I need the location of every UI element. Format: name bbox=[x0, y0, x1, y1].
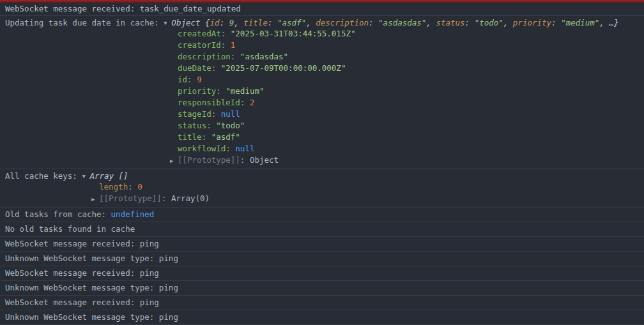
property-key: creatorId bbox=[178, 40, 221, 50]
array-properties: length: 0 bbox=[99, 181, 639, 193]
property-value: "todo" bbox=[216, 121, 245, 130]
property-key: workflowId bbox=[178, 144, 226, 153]
prototype-value: Array(0) bbox=[171, 193, 210, 203]
property-separator: : bbox=[187, 75, 197, 84]
property-line: status: "todo" bbox=[178, 120, 639, 132]
property-separator: : bbox=[240, 98, 250, 107]
property-line: length: 0 bbox=[99, 181, 639, 193]
property-line: title: "asdf" bbox=[178, 132, 639, 143]
log-message: Unknown WebSocket message type: ping bbox=[5, 283, 178, 292]
property-line: description: "asdasdas" bbox=[178, 51, 639, 63]
preview-punct: : bbox=[369, 18, 378, 27]
log-row-updating-task: Updating task due date in cache: ▼Object… bbox=[0, 16, 644, 169]
prototype-row[interactable]: ▶[[Prototype]]: Array(0) bbox=[91, 193, 639, 204]
preview-punct: , bbox=[426, 18, 436, 27]
preview-key: description bbox=[316, 18, 369, 27]
property-separator: : bbox=[226, 144, 235, 153]
property-line: id: 9 bbox=[178, 74, 639, 86]
preview-punct: , …} bbox=[599, 18, 618, 27]
disclosure-collapsed-icon[interactable]: ▶ bbox=[91, 193, 99, 205]
preview-punct: , bbox=[306, 18, 316, 27]
log-row-websocket-task-due-date: WebSocket message received: task_due_dat… bbox=[0, 3, 644, 16]
log-row-no-old-tasks: No old tasks found in cache bbox=[0, 222, 644, 237]
property-key: dueDate bbox=[178, 63, 211, 73]
log-message: Unknown WebSocket message type: ping bbox=[5, 253, 178, 263]
ping-log-rows: WebSocket message received: pingUnknown … bbox=[0, 237, 644, 325]
preview-punct: , bbox=[503, 18, 513, 27]
property-key: priority bbox=[178, 86, 216, 96]
preview-punct: , bbox=[234, 18, 243, 27]
property-key: description bbox=[178, 52, 231, 61]
property-value: 2 bbox=[250, 98, 255, 107]
property-separator: : bbox=[206, 121, 216, 130]
property-value: "2025-07-09T00:00:00.000Z" bbox=[221, 63, 346, 73]
log-row-ping: WebSocket message received: ping bbox=[0, 296, 644, 310]
devtools-console-panel: WebSocket message received: task_due_dat… bbox=[0, 0, 644, 325]
array-preview-line: All cache keys: ▼Array [] bbox=[5, 171, 639, 181]
log-row-old-tasks: Old tasks from cache: undefined bbox=[0, 208, 644, 222]
preview-value: "todo" bbox=[475, 18, 503, 27]
disclosure-expanded-icon[interactable]: ▼ bbox=[164, 19, 171, 28]
property-value: 9 bbox=[197, 75, 202, 84]
property-separator: : bbox=[231, 52, 240, 61]
preview-key: title bbox=[243, 18, 268, 27]
array-preview: Array [] bbox=[89, 171, 128, 181]
preview-value: "medium" bbox=[561, 18, 599, 27]
preview-punct: : bbox=[465, 18, 475, 27]
property-key: status bbox=[178, 121, 206, 130]
preview-punct: : bbox=[268, 18, 277, 27]
property-line: dueDate: "2025-07-09T00:00:00.000Z" bbox=[178, 63, 639, 74]
property-line: workflowId: null bbox=[178, 143, 639, 155]
property-key: title bbox=[178, 132, 202, 142]
prototype-key: [[Prototype]] bbox=[178, 155, 240, 165]
property-separator: : bbox=[202, 132, 211, 142]
disclosure-collapsed-icon[interactable]: ▶ bbox=[170, 155, 178, 167]
property-separator: : bbox=[221, 29, 231, 38]
disclosure-expanded-icon[interactable]: ▼ bbox=[82, 172, 89, 181]
log-row-all-cache-keys: All cache keys: ▼Array [] length: 0 ▶[[P… bbox=[0, 169, 644, 208]
object-preview: Object {id: 9, title: "asdf", descriptio… bbox=[171, 18, 618, 27]
property-separator: : bbox=[221, 40, 231, 50]
property-line: responsibleId: 2 bbox=[178, 97, 639, 109]
prototype-row[interactable]: ▶[[Prototype]]: Object bbox=[170, 155, 639, 166]
log-message: WebSocket message received: task_due_dat… bbox=[5, 4, 241, 13]
log-message: WebSocket message received: ping bbox=[5, 268, 159, 278]
undefined-value: undefined bbox=[111, 209, 155, 219]
preview-value: "asdf" bbox=[277, 18, 306, 27]
property-separator: : bbox=[211, 109, 221, 119]
property-key: responsibleId bbox=[178, 98, 240, 107]
object-properties: createdAt: "2025-03-31T03:44:55.015Z"cre… bbox=[178, 28, 639, 155]
preview-value: "asdasdas" bbox=[378, 18, 426, 27]
property-line: priority: "medium" bbox=[178, 86, 639, 97]
property-value: "2025-03-31T03:44:55.015Z" bbox=[231, 29, 356, 38]
log-row-ping: WebSocket message received: ping bbox=[0, 237, 644, 252]
property-value: "asdasdas" bbox=[240, 52, 288, 61]
property-value: "asdf" bbox=[211, 132, 240, 142]
property-line: stageId: null bbox=[178, 109, 639, 120]
object-preview-line: Updating task due date in cache: ▼Object… bbox=[5, 18, 639, 28]
property-line: creatorId: 1 bbox=[178, 40, 639, 51]
preview-key: priority bbox=[513, 18, 551, 27]
property-separator: : bbox=[128, 182, 137, 192]
preview-punct: : bbox=[220, 18, 229, 27]
property-key: stageId bbox=[178, 109, 211, 119]
log-message: Old tasks from cache: bbox=[5, 209, 111, 219]
property-value: 1 bbox=[231, 40, 236, 50]
prototype-value: Object bbox=[250, 155, 279, 165]
preview-key: status bbox=[436, 18, 464, 27]
property-line: createdAt: "2025-03-31T03:44:55.015Z" bbox=[178, 28, 639, 40]
log-message: WebSocket message received: ping bbox=[5, 239, 159, 248]
property-separator: : bbox=[211, 63, 221, 73]
log-row-ping: WebSocket message received: ping bbox=[0, 266, 644, 281]
log-row-ping: Unknown WebSocket message type: ping bbox=[0, 252, 644, 266]
property-value: 0 bbox=[137, 182, 142, 192]
preview-punct: { bbox=[205, 18, 210, 27]
preview-key: id bbox=[210, 18, 220, 27]
property-separator: : bbox=[216, 86, 226, 96]
log-message: Unknown WebSocket message type: ping bbox=[5, 312, 178, 322]
property-value: null bbox=[235, 144, 254, 153]
property-key: id bbox=[178, 75, 187, 84]
log-message: No old tasks found in cache bbox=[5, 224, 135, 234]
property-key: createdAt bbox=[178, 29, 221, 38]
log-message: WebSocket message received: ping bbox=[5, 298, 159, 307]
